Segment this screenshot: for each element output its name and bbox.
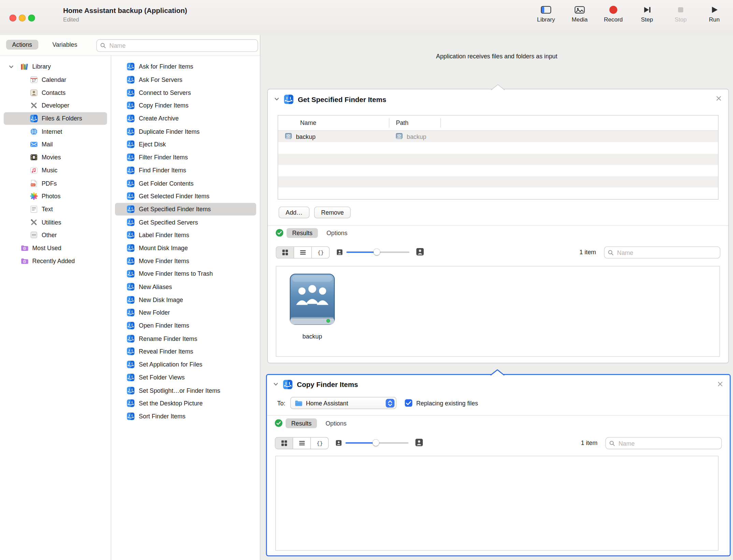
close-icon[interactable] — [717, 381, 723, 387]
action-item-reveal-finder-items[interactable]: Reveal Finder Items — [115, 345, 256, 358]
list-view-button[interactable] — [293, 437, 311, 449]
action-item-filter-finder-items[interactable]: Filter Finder Items — [115, 151, 256, 164]
action-item-mount-disk-image[interactable]: Mount Disk Image — [115, 242, 256, 255]
window-title-block: Home Assistant backup (Application) Edit… — [63, 6, 187, 23]
icon-view-button[interactable] — [276, 247, 294, 258]
svg-text:{}: {} — [317, 250, 324, 256]
action-item-eject-disk[interactable]: Eject Disk — [115, 138, 256, 151]
chevron-down-icon[interactable] — [274, 96, 279, 102]
finder-icon — [127, 166, 134, 174]
tab-variables[interactable]: Variables — [52, 41, 77, 48]
action-item-set-spotlight-or-finder-items[interactable]: Set Spotlight…or Finder Items — [115, 384, 256, 397]
tab-results[interactable]: Results — [286, 418, 317, 428]
list-view-button[interactable] — [294, 247, 312, 258]
braces-view-button[interactable]: {} — [312, 247, 329, 258]
action-item-set-the-desktop-picture[interactable]: Set the Desktop Picture — [115, 397, 256, 410]
results-search-field[interactable] — [604, 246, 720, 259]
replacing-existing-files-checkbox[interactable] — [405, 399, 413, 407]
tab-results[interactable]: Results — [287, 228, 318, 238]
library-toolbar-button[interactable]: Library — [536, 5, 556, 23]
action-item-ask-for-finder-items[interactable]: Ask for Finder Items — [115, 60, 256, 73]
tab-actions[interactable]: Actions — [6, 40, 38, 49]
action-item-ask-for-servers[interactable]: Ask For Servers — [115, 73, 256, 86]
slider-thumb[interactable] — [373, 249, 380, 255]
thumbnail-size-slider[interactable] — [345, 437, 408, 448]
icon-view-button[interactable] — [275, 437, 293, 449]
record-toolbar-button[interactable]: Record — [603, 5, 623, 23]
finder-icon — [127, 76, 134, 84]
chevron-down-icon[interactable] — [273, 382, 278, 387]
search-input[interactable] — [109, 42, 258, 49]
sidebar-item-developer[interactable]: Developer — [4, 99, 107, 112]
action-item-new-aliases[interactable]: New Aliases — [115, 281, 256, 293]
action-item-get-selected-finder-items[interactable]: Get Selected Finder Items — [115, 190, 256, 203]
action-item-get-specified-finder-items[interactable]: Get Specified Finder Items — [115, 203, 256, 216]
stop-toolbar-button: Stop — [670, 5, 691, 23]
action-item-new-disk-image[interactable]: New Disk Image — [115, 293, 256, 306]
action-item-set-application-for-files[interactable]: Set Application for Files — [115, 358, 256, 371]
sidebar-item-other[interactable]: Other — [4, 229, 107, 242]
sidebar-item-photos[interactable]: Photos — [4, 190, 107, 203]
finder-icon — [284, 94, 294, 104]
add-button[interactable]: Add… — [278, 206, 310, 218]
braces-view-button[interactable]: {} — [311, 437, 328, 449]
results-search-input[interactable] — [616, 248, 720, 256]
action-item-sort-finder-items[interactable]: Sort Finder Items — [115, 410, 256, 423]
checkbox-label[interactable]: Replacing existing files — [416, 400, 478, 407]
popup-stepper-icon — [386, 399, 395, 407]
sidebar-item-pdfs[interactable]: PDFPDFs — [4, 177, 107, 190]
sidebar-item-mail[interactable]: Mail — [4, 138, 107, 151]
action-item-set-folder-views[interactable]: Set Folder Views — [115, 371, 256, 384]
slider-thumb[interactable] — [373, 440, 379, 446]
close-icon[interactable] — [716, 95, 722, 101]
sidebar-item-text[interactable]: Text — [4, 203, 107, 216]
action-item-get-folder-contents[interactable]: Get Folder Contents — [115, 177, 256, 190]
chevron-down-icon[interactable] — [9, 64, 14, 69]
traffic-close-button[interactable] — [9, 14, 16, 21]
sidebar-item-calendar[interactable]: 17Calendar — [4, 73, 107, 86]
remove-button[interactable]: Remove — [314, 206, 351, 218]
finder-icon — [127, 244, 134, 252]
action-item-copy-finder-items[interactable]: Copy Finder Items — [115, 99, 256, 112]
destination-popup-button[interactable]: Home Assistant — [290, 397, 397, 409]
sidebar-item-contacts[interactable]: Contacts — [4, 86, 107, 99]
action-item-rename-finder-items[interactable]: Rename Finder Items — [115, 332, 256, 345]
action-item-duplicate-finder-items[interactable]: Duplicate Finder Items — [115, 125, 256, 138]
sidebar-item-music[interactable]: Music — [4, 164, 107, 177]
sidebar-item-files-folders[interactable]: Files & Folders — [4, 112, 107, 125]
table-row[interactable]: backupbackup — [278, 131, 718, 142]
action-item-move-finder-items-to-trash[interactable]: Move Finder Items to Trash — [115, 268, 256, 281]
sidebar-item-library[interactable]: Library — [4, 60, 107, 73]
action-item-find-finder-items[interactable]: Find Finder Items — [115, 164, 256, 177]
run-toolbar-button[interactable]: Run — [704, 5, 724, 23]
sidebar-item-utilities[interactable]: Utilities — [4, 216, 107, 229]
action-item-label-finder-items[interactable]: Label Finder Items — [115, 229, 256, 242]
sidebar-item-movies[interactable]: Movies — [4, 151, 107, 164]
thumbnail-size-slider[interactable] — [346, 246, 409, 258]
action-item-connect-to-servers[interactable]: Connect to Servers — [115, 86, 256, 99]
action-item-get-specified-servers[interactable]: Get Specified Servers — [115, 216, 256, 229]
traffic-minimize-button[interactable] — [19, 14, 26, 21]
sidebar-item-internet[interactable]: Internet — [4, 125, 107, 138]
braces-icon: {} — [316, 440, 323, 446]
table-row-empty — [278, 165, 718, 176]
action-item-label: Set Application for Files — [139, 361, 202, 368]
action-item-move-finder-items[interactable]: Move Finder Items — [115, 255, 256, 268]
action-item-open-finder-items[interactable]: Open Finder Items — [115, 319, 256, 332]
tab-options[interactable]: Options — [327, 229, 347, 236]
step-toolbar-button[interactable]: Step — [637, 5, 657, 23]
action-item-create-archive[interactable]: Create Archive — [115, 112, 256, 125]
results-search-input[interactable] — [618, 439, 721, 447]
traffic-zoom-button[interactable] — [28, 14, 35, 21]
media-toolbar-button[interactable]: Media — [570, 5, 590, 23]
sidebar-item-recently-added[interactable]: Recently Added — [4, 255, 107, 268]
sidebar-item-most-used[interactable]: Most Used — [4, 242, 107, 255]
backup-file-item[interactable]: backup — [287, 273, 338, 340]
svg-text:PDF: PDF — [31, 184, 35, 186]
results-search-field[interactable] — [605, 437, 722, 449]
search-icon — [608, 249, 614, 256]
tab-options[interactable]: Options — [326, 419, 346, 427]
library-search-field[interactable] — [96, 39, 258, 52]
card-header: Copy Finder Items — [267, 375, 730, 394]
action-item-new-folder[interactable]: New Folder — [115, 306, 256, 319]
